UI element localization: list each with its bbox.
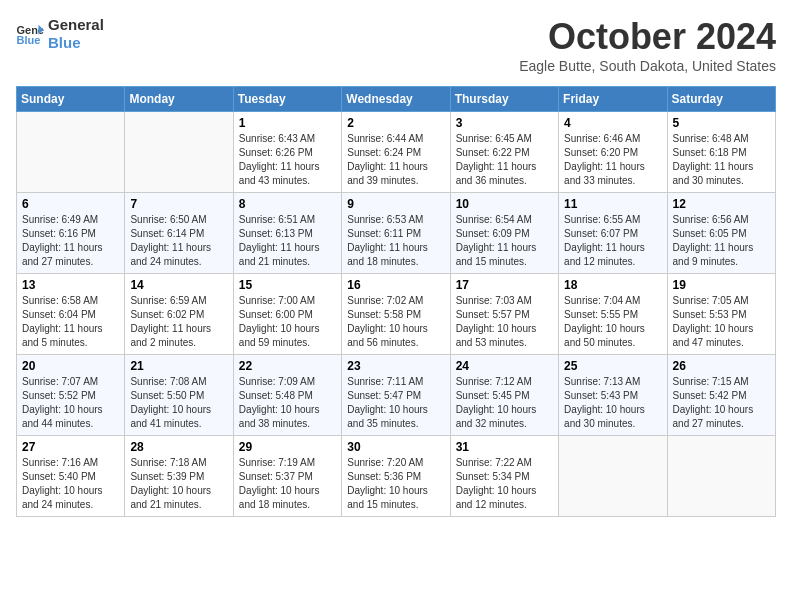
day-info: Sunrise: 7:04 AMSunset: 5:55 PMDaylight:… <box>564 294 661 350</box>
day-number: 9 <box>347 197 444 211</box>
calendar-cell: 28Sunrise: 7:18 AMSunset: 5:39 PMDayligh… <box>125 436 233 517</box>
calendar-cell: 7Sunrise: 6:50 AMSunset: 6:14 PMDaylight… <box>125 193 233 274</box>
day-number: 22 <box>239 359 336 373</box>
day-info: Sunrise: 7:16 AMSunset: 5:40 PMDaylight:… <box>22 456 119 512</box>
weekday-header-monday: Monday <box>125 87 233 112</box>
calendar-cell: 16Sunrise: 7:02 AMSunset: 5:58 PMDayligh… <box>342 274 450 355</box>
day-info: Sunrise: 6:53 AMSunset: 6:11 PMDaylight:… <box>347 213 444 269</box>
page-header: General Blue General Blue October 2024 E… <box>16 16 776 74</box>
calendar-cell: 4Sunrise: 6:46 AMSunset: 6:20 PMDaylight… <box>559 112 667 193</box>
weekday-header-wednesday: Wednesday <box>342 87 450 112</box>
day-number: 26 <box>673 359 770 373</box>
day-info: Sunrise: 6:50 AMSunset: 6:14 PMDaylight:… <box>130 213 227 269</box>
calendar-cell: 14Sunrise: 6:59 AMSunset: 6:02 PMDayligh… <box>125 274 233 355</box>
logo-line1: General <box>48 16 104 34</box>
day-number: 15 <box>239 278 336 292</box>
day-number: 8 <box>239 197 336 211</box>
day-info: Sunrise: 7:12 AMSunset: 5:45 PMDaylight:… <box>456 375 553 431</box>
calendar-cell <box>559 436 667 517</box>
calendar-cell: 2Sunrise: 6:44 AMSunset: 6:24 PMDaylight… <box>342 112 450 193</box>
calendar-cell: 13Sunrise: 6:58 AMSunset: 6:04 PMDayligh… <box>17 274 125 355</box>
calendar-cell: 29Sunrise: 7:19 AMSunset: 5:37 PMDayligh… <box>233 436 341 517</box>
calendar-cell: 18Sunrise: 7:04 AMSunset: 5:55 PMDayligh… <box>559 274 667 355</box>
day-number: 5 <box>673 116 770 130</box>
calendar-cell: 21Sunrise: 7:08 AMSunset: 5:50 PMDayligh… <box>125 355 233 436</box>
calendar-cell: 6Sunrise: 6:49 AMSunset: 6:16 PMDaylight… <box>17 193 125 274</box>
day-info: Sunrise: 7:02 AMSunset: 5:58 PMDaylight:… <box>347 294 444 350</box>
calendar-cell <box>667 436 775 517</box>
day-number: 25 <box>564 359 661 373</box>
day-info: Sunrise: 6:44 AMSunset: 6:24 PMDaylight:… <box>347 132 444 188</box>
day-info: Sunrise: 7:11 AMSunset: 5:47 PMDaylight:… <box>347 375 444 431</box>
day-info: Sunrise: 6:54 AMSunset: 6:09 PMDaylight:… <box>456 213 553 269</box>
day-number: 31 <box>456 440 553 454</box>
weekday-header-friday: Friday <box>559 87 667 112</box>
day-info: Sunrise: 7:03 AMSunset: 5:57 PMDaylight:… <box>456 294 553 350</box>
svg-text:Blue: Blue <box>16 34 40 45</box>
calendar-cell: 22Sunrise: 7:09 AMSunset: 5:48 PMDayligh… <box>233 355 341 436</box>
calendar-cell: 26Sunrise: 7:15 AMSunset: 5:42 PMDayligh… <box>667 355 775 436</box>
day-number: 12 <box>673 197 770 211</box>
calendar-cell: 27Sunrise: 7:16 AMSunset: 5:40 PMDayligh… <box>17 436 125 517</box>
day-info: Sunrise: 7:09 AMSunset: 5:48 PMDaylight:… <box>239 375 336 431</box>
day-number: 11 <box>564 197 661 211</box>
day-info: Sunrise: 7:13 AMSunset: 5:43 PMDaylight:… <box>564 375 661 431</box>
day-number: 27 <box>22 440 119 454</box>
day-info: Sunrise: 6:43 AMSunset: 6:26 PMDaylight:… <box>239 132 336 188</box>
day-info: Sunrise: 6:48 AMSunset: 6:18 PMDaylight:… <box>673 132 770 188</box>
day-info: Sunrise: 6:46 AMSunset: 6:20 PMDaylight:… <box>564 132 661 188</box>
day-number: 4 <box>564 116 661 130</box>
calendar-cell: 11Sunrise: 6:55 AMSunset: 6:07 PMDayligh… <box>559 193 667 274</box>
calendar-table: SundayMondayTuesdayWednesdayThursdayFrid… <box>16 86 776 517</box>
day-number: 2 <box>347 116 444 130</box>
calendar-cell: 8Sunrise: 6:51 AMSunset: 6:13 PMDaylight… <box>233 193 341 274</box>
month-title: October 2024 <box>519 16 776 58</box>
day-info: Sunrise: 6:55 AMSunset: 6:07 PMDaylight:… <box>564 213 661 269</box>
day-number: 13 <box>22 278 119 292</box>
day-number: 1 <box>239 116 336 130</box>
day-number: 7 <box>130 197 227 211</box>
day-info: Sunrise: 7:18 AMSunset: 5:39 PMDaylight:… <box>130 456 227 512</box>
logo-icon: General Blue <box>16 23 44 45</box>
day-info: Sunrise: 6:45 AMSunset: 6:22 PMDaylight:… <box>456 132 553 188</box>
day-number: 16 <box>347 278 444 292</box>
day-number: 18 <box>564 278 661 292</box>
day-info: Sunrise: 6:56 AMSunset: 6:05 PMDaylight:… <box>673 213 770 269</box>
day-info: Sunrise: 7:00 AMSunset: 6:00 PMDaylight:… <box>239 294 336 350</box>
day-info: Sunrise: 7:20 AMSunset: 5:36 PMDaylight:… <box>347 456 444 512</box>
calendar-cell: 31Sunrise: 7:22 AMSunset: 5:34 PMDayligh… <box>450 436 558 517</box>
calendar-cell: 24Sunrise: 7:12 AMSunset: 5:45 PMDayligh… <box>450 355 558 436</box>
day-info: Sunrise: 7:15 AMSunset: 5:42 PMDaylight:… <box>673 375 770 431</box>
day-number: 24 <box>456 359 553 373</box>
day-number: 21 <box>130 359 227 373</box>
weekday-header-tuesday: Tuesday <box>233 87 341 112</box>
day-info: Sunrise: 6:59 AMSunset: 6:02 PMDaylight:… <box>130 294 227 350</box>
day-number: 17 <box>456 278 553 292</box>
day-number: 20 <box>22 359 119 373</box>
calendar-cell: 12Sunrise: 6:56 AMSunset: 6:05 PMDayligh… <box>667 193 775 274</box>
day-number: 30 <box>347 440 444 454</box>
day-number: 10 <box>456 197 553 211</box>
calendar-cell: 10Sunrise: 6:54 AMSunset: 6:09 PMDayligh… <box>450 193 558 274</box>
logo-line2: Blue <box>48 34 104 52</box>
day-info: Sunrise: 7:05 AMSunset: 5:53 PMDaylight:… <box>673 294 770 350</box>
title-block: October 2024 Eagle Butte, South Dakota, … <box>519 16 776 74</box>
calendar-cell: 17Sunrise: 7:03 AMSunset: 5:57 PMDayligh… <box>450 274 558 355</box>
day-number: 28 <box>130 440 227 454</box>
logo: General Blue General Blue <box>16 16 104 52</box>
calendar-cell: 20Sunrise: 7:07 AMSunset: 5:52 PMDayligh… <box>17 355 125 436</box>
calendar-cell <box>17 112 125 193</box>
day-info: Sunrise: 6:58 AMSunset: 6:04 PMDaylight:… <box>22 294 119 350</box>
calendar-cell: 3Sunrise: 6:45 AMSunset: 6:22 PMDaylight… <box>450 112 558 193</box>
day-info: Sunrise: 7:07 AMSunset: 5:52 PMDaylight:… <box>22 375 119 431</box>
day-number: 29 <box>239 440 336 454</box>
day-info: Sunrise: 6:49 AMSunset: 6:16 PMDaylight:… <box>22 213 119 269</box>
location: Eagle Butte, South Dakota, United States <box>519 58 776 74</box>
day-number: 19 <box>673 278 770 292</box>
day-number: 3 <box>456 116 553 130</box>
day-number: 23 <box>347 359 444 373</box>
calendar-cell <box>125 112 233 193</box>
weekday-header-thursday: Thursday <box>450 87 558 112</box>
calendar-cell: 9Sunrise: 6:53 AMSunset: 6:11 PMDaylight… <box>342 193 450 274</box>
weekday-header-sunday: Sunday <box>17 87 125 112</box>
